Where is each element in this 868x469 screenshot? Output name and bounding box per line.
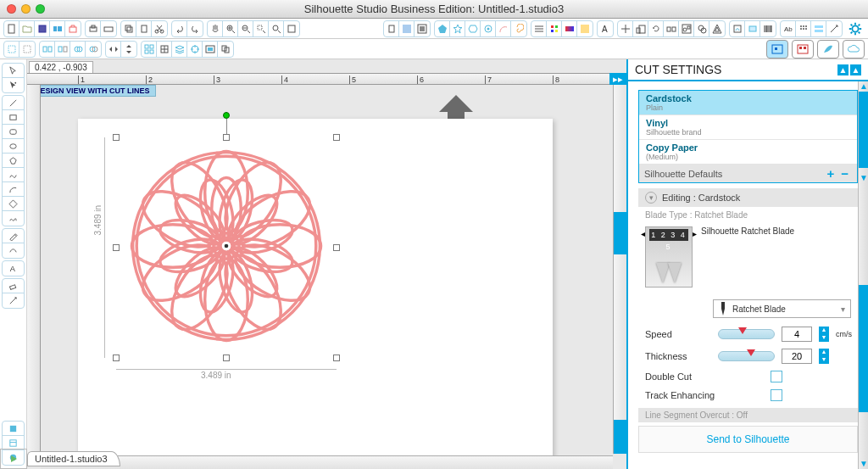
resize-handle-se[interactable] — [333, 355, 340, 361]
send-to-cutter-icon[interactable] — [101, 21, 116, 36]
mirror-h-icon[interactable] — [106, 42, 121, 57]
scroll-up-icon[interactable]: ▲ — [859, 81, 868, 92]
smooth-tool-icon[interactable] — [3, 243, 24, 258]
copy-icon[interactable] — [121, 21, 136, 36]
gradient-icon[interactable] — [562, 21, 577, 36]
preferences-icon[interactable] — [846, 20, 865, 38]
play-button[interactable] — [0, 449, 27, 469]
resize-handle-w[interactable] — [113, 244, 120, 251]
line-style-icon[interactable] — [531, 21, 547, 36]
media-layout-view-icon[interactable] — [792, 40, 814, 59]
panel-collapse-down-icon[interactable]: ▲ — [850, 64, 861, 75]
fit-page-icon[interactable] — [284, 21, 299, 36]
fill-color-icon[interactable] — [547, 21, 562, 36]
align-icon[interactable] — [618, 21, 633, 36]
resize-handle-sw[interactable] — [113, 355, 120, 361]
rounded-rect-tool-icon[interactable] — [3, 125, 24, 139]
line-tool-icon[interactable] — [3, 96, 24, 110]
media-layout-icon[interactable] — [203, 42, 218, 57]
star-icon[interactable] — [450, 21, 465, 36]
paste-icon[interactable] — [136, 21, 152, 36]
curve-tool-icon[interactable] — [3, 168, 24, 182]
thickness-input[interactable]: 20 — [782, 349, 812, 364]
speed-slider[interactable] — [718, 329, 775, 339]
page-tools-icon[interactable] — [3, 422, 24, 436]
hexagon-icon[interactable] — [465, 21, 481, 36]
rotate-icon[interactable] — [648, 21, 664, 36]
panel-collapse-up-icon[interactable]: ▲ — [837, 64, 849, 75]
editing-section-header[interactable]: ▾ Editing : Cardstock — [638, 188, 858, 207]
text-tool-icon[interactable]: A — [3, 261, 24, 276]
blade-type-dropdown[interactable]: Ratchet Blade ▾ — [713, 299, 851, 318]
select-all-icon[interactable] — [4, 42, 19, 57]
zoom-out-icon[interactable] — [238, 21, 253, 36]
resize-handle-n[interactable] — [223, 134, 230, 141]
eraser-tool-icon[interactable] — [3, 279, 24, 293]
expand-right-icon[interactable]: ▸▸ — [609, 73, 626, 85]
crop-marks-icon[interactable] — [187, 42, 203, 57]
track-enhancing-checkbox[interactable] — [771, 389, 782, 401]
draw-note-tool-icon[interactable] — [3, 229, 24, 243]
add-material-icon[interactable]: + — [823, 166, 837, 181]
replicate-icon[interactable] — [664, 21, 679, 36]
resize-handle-ne[interactable] — [333, 134, 340, 141]
deselect-all-icon[interactable] — [19, 42, 35, 57]
send-to-silhouette-button[interactable]: Send to Silhouette — [638, 426, 858, 453]
knife-tool-icon[interactable] — [3, 293, 24, 308]
zoom-drag-icon[interactable] — [269, 21, 284, 36]
release-compound-icon[interactable] — [86, 42, 101, 57]
print-icon[interactable] — [86, 21, 101, 36]
nesting-icon[interactable] — [679, 21, 694, 36]
vertical-scrollbar[interactable] — [613, 85, 626, 454]
pentagon-icon[interactable] — [435, 21, 450, 36]
material-item-copy-paper[interactable]: Copy Paper (Medium) — [639, 140, 857, 165]
blade-depth-preview[interactable]: ◂ 1 2 3 4 5 ▸ — [645, 226, 693, 288]
cloud-icon[interactable] — [843, 40, 865, 59]
canvas-area[interactable]: 0.422 , -0.903 1 2 3 4 5 6 7 8 ▸▸ DESIGN… — [27, 59, 626, 469]
material-item-cardstock[interactable]: Cardstock Plain — [639, 91, 857, 115]
rect-tool-icon[interactable] — [3, 110, 24, 125]
weed-settings-icon[interactable] — [157, 42, 172, 57]
panel-scrollbar[interactable]: ▲ ▼ ▼ — [858, 81, 868, 469]
ellipse-tool-icon[interactable] — [3, 139, 24, 154]
zoom-in-icon[interactable] — [223, 21, 238, 36]
remove-material-icon[interactable]: − — [837, 166, 852, 181]
design-view-icon[interactable] — [766, 40, 788, 59]
redo-icon[interactable] — [187, 21, 203, 36]
freehand-tool-icon[interactable] — [3, 211, 24, 226]
feather-icon[interactable] — [817, 40, 839, 59]
rotate-handle[interactable] — [223, 112, 230, 119]
document-tab[interactable]: Untitled-1.studio3 — [27, 451, 120, 466]
grid-settings-icon[interactable] — [399, 21, 415, 36]
pan-icon[interactable] — [208, 21, 223, 36]
save-icon[interactable] — [35, 21, 50, 36]
arc-tool-icon[interactable] — [3, 182, 24, 197]
barcode-icon[interactable] — [760, 21, 776, 36]
registration-marks-icon[interactable] — [415, 21, 430, 36]
regular-polygon-tool-icon[interactable] — [3, 197, 24, 211]
horizontal-scrollbar[interactable] — [41, 455, 613, 469]
polygon-tool-icon[interactable] — [3, 154, 24, 168]
select-tool-icon[interactable] — [3, 64, 24, 78]
modify-icon[interactable] — [694, 21, 709, 36]
gear-shape-icon[interactable] — [481, 21, 496, 36]
store-icon[interactable] — [65, 21, 81, 36]
compound-icon[interactable] — [70, 42, 86, 57]
copies-icon[interactable] — [218, 42, 233, 57]
knife-icon[interactable] — [826, 21, 842, 36]
zoom-selection-icon[interactable] — [253, 21, 269, 36]
material-list[interactable]: Cardstock Plain Vinyl Silhouette brand C… — [638, 90, 858, 183]
pixscan-icon[interactable] — [745, 21, 760, 36]
new-file-icon[interactable] — [4, 21, 19, 36]
rhinestone-icon[interactable] — [796, 21, 811, 36]
cut-icon[interactable] — [152, 21, 167, 36]
offset-icon[interactable] — [709, 21, 725, 36]
spiral-icon[interactable] — [511, 21, 526, 36]
thickness-slider[interactable] — [718, 351, 775, 361]
resize-handle-nw[interactable] — [113, 134, 120, 141]
undo-icon[interactable] — [172, 21, 187, 36]
mirror-v-icon[interactable] — [121, 42, 136, 57]
page-settings-icon[interactable] — [384, 21, 399, 36]
arc-icon[interactable] — [496, 21, 511, 36]
scroll-down-arrow-1-icon[interactable]: ▼ — [859, 173, 868, 183]
